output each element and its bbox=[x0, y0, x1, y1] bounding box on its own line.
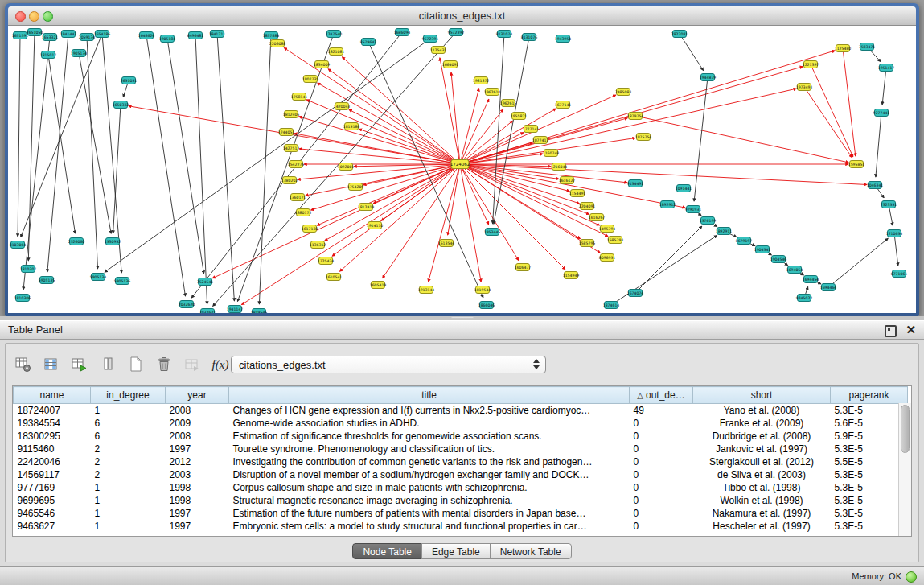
network-edge[interactable] bbox=[23, 37, 50, 290]
network-node[interactable]: 1944879 bbox=[700, 74, 717, 81]
network-node[interactable]: 2651050 bbox=[27, 29, 43, 36]
network-node[interactable]: 1677141 bbox=[555, 101, 572, 109]
tab-network-table[interactable]: Network Table bbox=[490, 543, 572, 559]
network-edge[interactable] bbox=[828, 238, 888, 287]
network-node[interactable]: 8679197 bbox=[736, 237, 753, 245]
network-node[interactable]: 2526060 bbox=[68, 238, 85, 245]
network-node[interactable]: 1247540 bbox=[326, 31, 343, 38]
network-node[interactable]: 1758141 bbox=[291, 93, 308, 101]
network-edge[interactable] bbox=[259, 35, 271, 304]
network-node[interactable]: 1210654 bbox=[886, 230, 903, 237]
column-header-short[interactable]: short bbox=[693, 387, 831, 404]
network-node[interactable]: 7323551 bbox=[881, 201, 897, 208]
network-edge[interactable] bbox=[317, 164, 460, 225]
network-node[interactable]: 2822081 bbox=[671, 31, 688, 38]
table-row[interactable]: 2242004622012Investigating the contribut… bbox=[14, 455, 908, 468]
delete-column-icon[interactable] bbox=[98, 355, 117, 374]
network-node[interactable]: 1154491 bbox=[569, 190, 586, 197]
network-edge[interactable] bbox=[21, 34, 102, 237]
window-titlebar[interactable]: citations_edges.txt bbox=[8, 6, 916, 26]
network-node[interactable]: 1981372 bbox=[473, 77, 490, 84]
network-node[interactable]: 1576199 bbox=[700, 217, 717, 225]
network-node[interactable]: 1914110 bbox=[367, 222, 384, 229]
close-panel-icon[interactable]: ✕ bbox=[906, 322, 916, 338]
network-node[interactable]: 1616267 bbox=[589, 214, 606, 221]
network-edge[interactable] bbox=[882, 68, 886, 105]
network-node[interactable]: 1077417 bbox=[532, 137, 549, 144]
network-node[interactable]: 9572392 bbox=[448, 29, 465, 36]
network-node[interactable]: 2206088 bbox=[269, 40, 286, 47]
network-edge[interactable] bbox=[217, 34, 234, 301]
network-node[interactable]: 1812406 bbox=[283, 111, 300, 118]
network-edge[interactable] bbox=[448, 164, 460, 235]
network-node[interactable]: 1812419 bbox=[358, 204, 375, 211]
network-edge[interactable] bbox=[894, 233, 898, 266]
network-node[interactable]: 1606477 bbox=[515, 264, 532, 271]
network-edge[interactable] bbox=[105, 39, 430, 272]
network-node[interactable]: 1874614 bbox=[603, 302, 620, 309]
network-node[interactable]: 1495794 bbox=[599, 225, 616, 233]
network-node[interactable]: 1962615 bbox=[500, 100, 517, 107]
network-edge[interactable] bbox=[680, 34, 704, 71]
network-node[interactable]: 1913144 bbox=[418, 286, 435, 294]
column-header-pagerank[interactable]: pagerank bbox=[831, 387, 908, 404]
network-edge[interactable] bbox=[284, 48, 460, 165]
network-node[interactable]: 8131074 bbox=[496, 31, 513, 38]
network-node[interactable]: 1221397 bbox=[803, 61, 819, 68]
table-row[interactable]: 1830029562008Estimation of significance … bbox=[14, 430, 908, 443]
network-node[interactable]: 1815017 bbox=[40, 51, 57, 59]
network-node[interactable]: 1953445 bbox=[484, 229, 501, 236]
network-edge[interactable] bbox=[876, 113, 881, 177]
network-node[interactable]: 1664091 bbox=[442, 61, 459, 68]
network-edge[interactable] bbox=[811, 64, 853, 157]
network-node[interactable]: 1892911 bbox=[716, 228, 733, 235]
network-edge[interactable] bbox=[460, 99, 489, 164]
table-row[interactable]: 1456911722003Disruption of a novel membe… bbox=[14, 468, 908, 481]
delete-table-icon[interactable] bbox=[154, 355, 174, 374]
network-node[interactable]: 1125431 bbox=[430, 47, 447, 54]
close-window-button[interactable] bbox=[15, 11, 26, 22]
network-node[interactable]: 1819545 bbox=[251, 309, 268, 314]
network-node[interactable]: 2032620 bbox=[179, 301, 195, 308]
network-node[interactable]: 5905135 bbox=[39, 277, 55, 284]
network-node[interactable]: 5905136 bbox=[114, 278, 131, 285]
network-node[interactable]: 9277441 bbox=[873, 109, 890, 117]
network-node[interactable]: 8103064 bbox=[10, 241, 27, 249]
network-edge[interactable] bbox=[460, 164, 589, 214]
network-node[interactable]: 1875754 bbox=[635, 134, 652, 141]
network-node[interactable]: 1605419 bbox=[370, 282, 387, 289]
network-graph[interactable]: 1724062220608818210811834009180773517581… bbox=[8, 26, 916, 313]
network-node[interactable]: 8131076 bbox=[521, 34, 538, 41]
network-edge[interactable] bbox=[804, 87, 852, 158]
network-edge[interactable] bbox=[102, 34, 121, 273]
network-node[interactable]: 1904541 bbox=[754, 246, 771, 253]
network-node[interactable]: 1360171 bbox=[290, 194, 306, 201]
network-node[interactable]: 1648624 bbox=[138, 32, 155, 39]
network-node[interactable]: 1879754 bbox=[627, 113, 644, 120]
network-node[interactable]: 1585795 bbox=[579, 240, 596, 247]
network-edge[interactable] bbox=[146, 35, 186, 296]
column-header-in_degree[interactable]: in_degree bbox=[91, 387, 166, 404]
network-node[interactable]: 1841447 bbox=[60, 31, 77, 38]
network-edge[interactable] bbox=[28, 32, 35, 261]
network-edge[interactable] bbox=[635, 226, 702, 293]
table-row[interactable]: 977716911998Corpus callosum shape and si… bbox=[14, 481, 908, 494]
network-node[interactable]: 1650332 bbox=[113, 101, 129, 109]
table-row[interactable]: 946362711997Embryonic stem cells: a mode… bbox=[14, 520, 908, 533]
network-node[interactable]: 1686094 bbox=[394, 29, 411, 36]
network-edge[interactable] bbox=[460, 89, 479, 164]
network-edge[interactable] bbox=[383, 164, 460, 278]
network-node[interactable]: 1616127 bbox=[559, 177, 576, 184]
network-node[interactable]: 9791931 bbox=[685, 206, 702, 213]
new-file-icon[interactable] bbox=[126, 355, 146, 374]
network-node[interactable]: 1694454 bbox=[803, 276, 819, 283]
network-node[interactable]: 2059134 bbox=[79, 34, 96, 41]
network-node[interactable]: 8579642 bbox=[360, 39, 377, 46]
network-node[interactable]: 1905134 bbox=[71, 50, 88, 57]
network-edge[interactable] bbox=[843, 48, 856, 156]
network-node[interactable]: 1380202 bbox=[281, 177, 298, 184]
network-node[interactable]: 9154491 bbox=[627, 180, 644, 187]
network-node[interactable]: 1777141 bbox=[523, 126, 540, 133]
network-node[interactable]: 1427512 bbox=[283, 145, 300, 152]
tab-edge-table[interactable]: Edge Table bbox=[421, 543, 491, 559]
